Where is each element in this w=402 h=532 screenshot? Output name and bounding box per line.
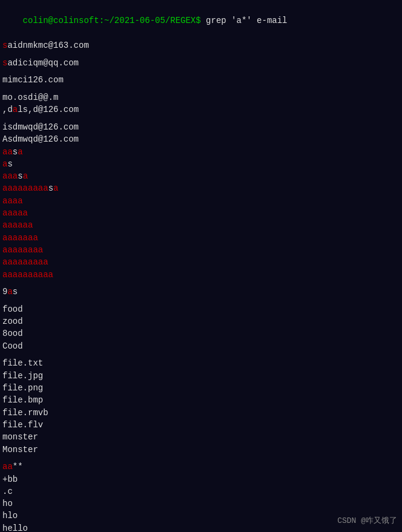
- output-line: [2, 87, 400, 91]
- output-line: file.jpg: [2, 370, 400, 382]
- normal-text: hlo: [2, 511, 18, 521]
- output-line: file.rmvb: [2, 407, 400, 419]
- output-line: food: [2, 303, 400, 315]
- output-line: Asdmwqd@126.com: [2, 133, 400, 145]
- output-line: saidnmkmc@163.com: [2, 39, 400, 51]
- output-line: .c: [2, 485, 400, 498]
- output-line: aasa: [2, 146, 400, 158]
- matched-text: a: [7, 287, 12, 297]
- output-area: saidnmkmc@163.com sadiciqm@qq.com mimci1…: [2, 39, 400, 532]
- matched-text: a: [53, 183, 58, 193]
- output-line: [2, 352, 400, 357]
- normal-text: Monster: [2, 445, 38, 455]
- normal-text: monster: [2, 432, 38, 442]
- matched-text: a: [18, 147, 22, 157]
- normal-text: mimci126.com: [2, 75, 64, 85]
- output-line: file.txt: [2, 357, 400, 369]
- output-line: aaaaaaaaa: [2, 256, 400, 268]
- output-line: [2, 456, 400, 461]
- output-line: aaaaaaa: [2, 232, 400, 244]
- matched-text: a: [23, 171, 28, 181]
- matched-text: aaaaaaaaa: [2, 183, 48, 193]
- terminal[interactable]: colin@colinsoft:~/2021-06-05/REGEX$ grep…: [0, 0, 402, 532]
- output-line: as: [2, 158, 400, 170]
- normal-text: **: [13, 462, 23, 471]
- prompt: colin@colinsoft:~/2021-06-05/REGEX$: [23, 16, 201, 25]
- output-line: ,dals,d@126.com: [2, 103, 400, 116]
- normal-text: zood: [2, 317, 23, 326]
- normal-text: sdmwqd@126.com: [7, 134, 79, 144]
- output-line: file.flv: [2, 419, 400, 431]
- normal-text: file.bmp: [2, 395, 43, 405]
- matched-text: aa: [2, 147, 13, 157]
- watermark: CSDN @咋又饿了: [337, 515, 397, 526]
- matched-text: aaaaaaaaa: [2, 257, 48, 267]
- output-line: Cood: [2, 340, 400, 352]
- normal-text: s: [18, 171, 22, 181]
- normal-text: file.flv: [2, 420, 43, 430]
- normal-text: s: [13, 287, 18, 297]
- normal-text: file.txt: [2, 358, 43, 368]
- output-line: aaaa: [2, 195, 400, 207]
- output-line: aaasa: [2, 170, 400, 182]
- normal-text: ho: [2, 499, 13, 508]
- output-line: 9as: [2, 286, 400, 298]
- output-line: 8ood: [2, 327, 400, 340]
- matched-text: aaaaaaaa: [2, 245, 43, 255]
- output-line: file.png: [2, 382, 400, 394]
- matched-text: aaa: [2, 171, 18, 181]
- matched-text: aaaaaa: [2, 220, 33, 230]
- output-line: ho: [2, 498, 400, 510]
- output-line: [2, 116, 400, 121]
- output-line: mimci126.com: [2, 74, 400, 86]
- matched-text: aaaaa: [2, 208, 28, 218]
- output-line: [2, 281, 400, 286]
- normal-text: mo.osdi@@.m: [2, 93, 58, 102]
- normal-text: s: [7, 159, 12, 169]
- output-line: [2, 51, 400, 56]
- matched-text: aa: [2, 462, 13, 471]
- output-line: aaaaa: [2, 207, 400, 219]
- output-line: aaaaaaaaaa: [2, 269, 400, 281]
- matched-text: aaaaaaa: [2, 233, 38, 243]
- output-line: aaaaaa: [2, 219, 400, 231]
- output-line: [2, 298, 400, 303]
- output-line: file.bmp: [2, 394, 400, 406]
- normal-text: ls,d@126.com: [18, 105, 79, 114]
- output-line: aa**: [2, 461, 400, 473]
- command-text: grep 'a*' e-mail: [201, 16, 288, 25]
- matched-text: aaaa: [2, 196, 23, 206]
- normal-text: isdmwqd@126.com: [2, 122, 79, 132]
- normal-text: .c: [2, 487, 13, 496]
- normal-text: file.png: [2, 383, 43, 393]
- normal-text: file.jpg: [2, 371, 43, 381]
- matched-text: aaaaaaaaaa: [2, 270, 53, 280]
- matched-text: a: [13, 105, 18, 114]
- normal-text: food: [2, 304, 23, 314]
- normal-text: ,d: [2, 105, 13, 114]
- normal-text: adiciqm@qq.com: [7, 58, 79, 68]
- normal-text: s: [48, 183, 53, 193]
- output-line: isdmwqd@126.com: [2, 121, 400, 133]
- output-line: +bb: [2, 473, 400, 485]
- command-line: colin@colinsoft:~/2021-06-05/REGEX$ grep…: [2, 2, 400, 39]
- normal-text: aidnmkmc@163.com: [7, 41, 88, 50]
- output-line: aaaaaaaa: [2, 244, 400, 256]
- normal-text: 8ood: [2, 329, 23, 338]
- normal-text: file.rmvb: [2, 408, 48, 418]
- output-line: sadiciqm@qq.com: [2, 57, 400, 69]
- output-line: monster: [2, 431, 400, 443]
- output-line: aaaaaaaaasa: [2, 182, 400, 194]
- output-line: Monster: [2, 444, 400, 456]
- output-line: [2, 69, 400, 74]
- normal-text: s: [13, 147, 18, 157]
- normal-text: +bb: [2, 475, 18, 484]
- output-line: mo.osdi@@.m: [2, 91, 400, 103]
- normal-text: hello: [2, 524, 28, 532]
- output-line: zood: [2, 315, 400, 327]
